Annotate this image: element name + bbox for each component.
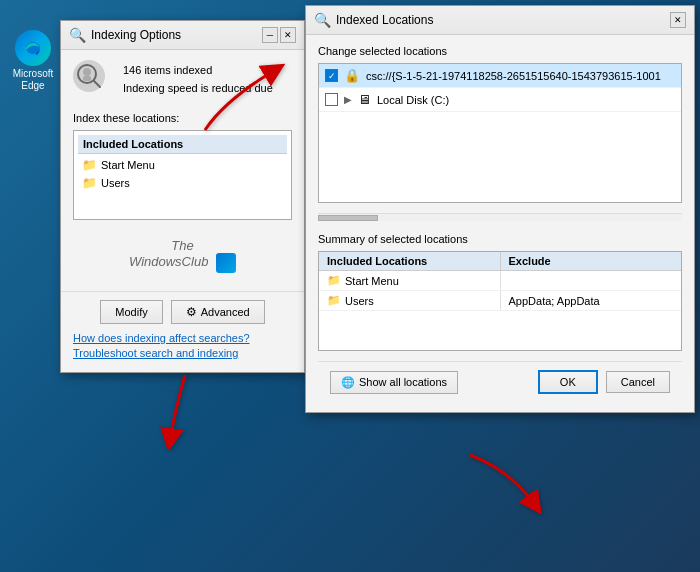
advanced-button[interactable]: ⚙ Advanced — [171, 300, 265, 324]
summary-label: Summary of selected locations — [318, 233, 682, 245]
list-item: 📁 Start Menu — [78, 156, 287, 174]
indexed-titlebar: 🔍 Indexed Locations ✕ — [306, 6, 694, 35]
indexed-locations-dialog: 🔍 Indexed Locations ✕ Change selected lo… — [305, 5, 695, 413]
item-text-2: Local Disk (C:) — [377, 94, 449, 106]
list-item[interactable]: ✓ 🔒 csc://{S-1-5-21-1974118258-265151564… — [319, 64, 681, 88]
minimize-button[interactable]: ─ — [262, 27, 278, 43]
included-header: Included Locations — [78, 135, 287, 154]
indexing-titlebar: 🔍 Indexing Options ─ ✕ — [61, 21, 304, 50]
list-item[interactable]: ▶ 🖥 Local Disk (C:) — [319, 88, 681, 112]
summary-cell-exclude-1 — [501, 271, 682, 290]
expand-arrow-icon[interactable]: ▶ — [344, 94, 352, 105]
summary-cell-exclude-2: AppData; AppData — [501, 291, 682, 310]
table-row: 📁 Users AppData; AppData — [319, 291, 681, 311]
folder-icon: 📁 — [327, 294, 341, 307]
summary-table: Included Locations Exclude 📁 Start Menu — [318, 251, 682, 351]
modify-button[interactable]: Modify — [100, 300, 162, 324]
items-indexed: 146 items indexed — [123, 62, 292, 80]
ok-button[interactable]: OK — [538, 370, 598, 394]
speed-notice: Indexing speed is reduced due — [123, 80, 292, 98]
checkbox-1[interactable]: ✓ — [325, 69, 338, 82]
indexed-title-icon: 🔍 — [314, 12, 331, 28]
change-selected-label: Change selected locations — [318, 45, 682, 57]
summary-cell-included-1: 📁 Start Menu — [319, 271, 501, 290]
checkbox-2[interactable] — [325, 93, 338, 106]
table-row: 📁 Start Menu — [319, 271, 681, 291]
summary-section: Included Locations Exclude 📁 Start Menu — [318, 251, 682, 351]
edge-logo — [15, 30, 51, 66]
red-arrow-2 — [155, 370, 215, 453]
indexing-options-dialog: 🔍 Indexing Options ─ ✕ — [60, 20, 305, 373]
locations-label: Index these locations: — [73, 112, 292, 124]
col-exclude: Exclude — [501, 252, 682, 270]
indexing-help-link[interactable]: How does indexing affect searches? — [73, 332, 292, 344]
folder-icon: 📁 — [327, 274, 341, 287]
svg-line-3 — [94, 81, 100, 87]
globe-icon: 🌐 — [341, 376, 355, 389]
indexed-title: Indexed Locations — [336, 13, 433, 27]
indexed-close-button[interactable]: ✕ — [670, 12, 686, 28]
svg-rect-5 — [83, 76, 91, 81]
troubleshoot-link[interactable]: Troubleshoot search and indexing — [73, 347, 292, 359]
gear-icon: ⚙ — [186, 305, 197, 319]
edge-app-icon[interactable]: Microsoft Edge — [8, 30, 58, 92]
lock-icon: 🔒 — [344, 68, 360, 83]
scrollbar-thumb[interactable] — [318, 215, 378, 221]
red-arrow-3 — [460, 450, 550, 523]
indexing-title: Indexing Options — [91, 28, 181, 42]
indexing-title-icon: 🔍 — [69, 27, 86, 43]
locations-box: Included Locations 📁 Start Menu 📁 Users — [73, 130, 292, 220]
branding: The WindowsClub — [73, 230, 292, 281]
horizontal-scrollbar[interactable] — [318, 213, 682, 221]
checkbox-list: ✓ 🔒 csc://{S-1-5-21-1974118258-265151564… — [318, 63, 682, 203]
disk-icon: 🖥 — [358, 92, 371, 107]
summary-header: Included Locations Exclude — [319, 252, 681, 271]
desktop: Microsoft Edge 🔍 Indexing Options ─ ✕ — [0, 0, 700, 572]
close-button[interactable]: ✕ — [280, 27, 296, 43]
show-all-button[interactable]: 🌐 Show all locations — [330, 371, 458, 394]
svg-point-4 — [83, 68, 91, 76]
folder-icon: 📁 — [82, 176, 97, 190]
item-text-1: csc://{S-1-5-21-1974118258-2651515640-15… — [366, 70, 661, 82]
col-included: Included Locations — [319, 252, 501, 270]
windowsclub-icon — [216, 253, 236, 273]
folder-icon: 📁 — [82, 158, 97, 172]
cancel-button[interactable]: Cancel — [606, 371, 670, 393]
indexing-icon — [73, 60, 113, 100]
summary-cell-included-2: 📁 Users — [319, 291, 501, 310]
list-item: 📁 Users — [78, 174, 287, 192]
